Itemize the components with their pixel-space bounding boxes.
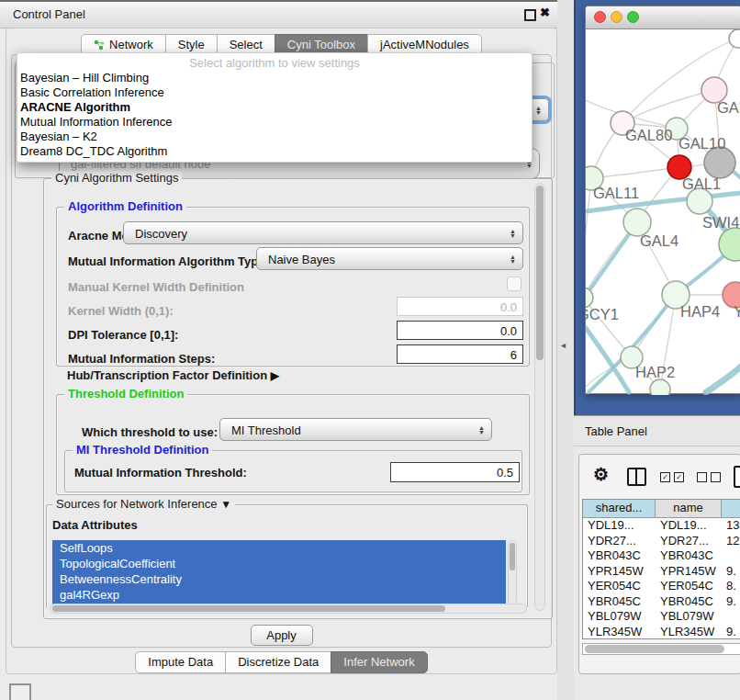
columns-icon[interactable] — [627, 468, 646, 486]
mi-type-label: Mutual Information Algorithm Type: — [68, 254, 269, 268]
table-cell: 13 — [722, 518, 740, 534]
window-close-button[interactable] — [594, 11, 606, 23]
network-node-label: GAL1 — [682, 175, 721, 192]
table-row[interactable]: YER054CYER054C8. — [583, 579, 740, 594]
mi-threshold-group: MI Threshold Definition Mutual Informati… — [64, 450, 522, 492]
select-all-checkboxes-icon[interactable]: ✓✓ — [660, 472, 684, 482]
column-header-shared-[interactable]: shared... — [583, 500, 656, 517]
table-row[interactable]: YDL19...YDL19...13 — [583, 518, 740, 534]
mi-threshold-title: MI Threshold Definition — [73, 443, 212, 457]
network-node-label: GAL4 — [640, 232, 678, 249]
scrollbar-thumb[interactable] — [52, 605, 445, 612]
panel-title: Control Panel — [13, 7, 85, 21]
tab-discretize-data[interactable]: Discretize Data — [225, 651, 331, 673]
split-pane-divider[interactable]: ◂ — [557, 0, 574, 700]
attributes-list-scrollbar[interactable] — [508, 540, 517, 606]
table-row[interactable]: YBR043CYBR043C — [583, 548, 740, 564]
application-window: Control Panel ✖ NetworkStyleSelectCyni T… — [0, 0, 740, 700]
table-cell: YLR345W — [656, 625, 722, 640]
expand-right-icon: ▶ — [271, 369, 279, 382]
scrollbar-thumb[interactable] — [510, 543, 515, 570]
table-cell: YBL079W — [583, 609, 656, 625]
mi-threshold-label: Mutual Information Threshold: — [74, 466, 247, 480]
network-window-titlebar[interactable] — [586, 6, 740, 29]
network-window: GALGAL80GAL10GAL1GAL11SWI4GAL4GCY1HAP4YH… — [585, 6, 740, 394]
window-minimize-button[interactable] — [611, 11, 622, 23]
popup-item-bayesian-hill-climbing[interactable]: Bayesian – Hill Climbing — [17, 71, 532, 85]
which-threshold-label: Which threshold to use: — [82, 425, 218, 439]
network-node-label: GAL80 — [625, 127, 672, 143]
network-node[interactable] — [650, 379, 670, 395]
attribute-item-betweennesscentrality[interactable]: BetweennessCentrality — [52, 571, 506, 587]
file-icon[interactable] — [734, 466, 740, 488]
float-panel-icon[interactable] — [524, 9, 536, 21]
network-node[interactable] — [729, 29, 740, 48]
dpi-tolerance-field[interactable]: 0.0 — [397, 321, 523, 340]
table-cell: 9. — [722, 594, 740, 610]
cyni-algorithm-settings-group: Cyni Algorithm Settings Algorithm Defini… — [43, 178, 553, 619]
column-header-name[interactable]: name — [656, 500, 722, 517]
network-node-label: GAL — [717, 99, 740, 116]
network-node-label: SWI4 — [702, 214, 739, 231]
table-row[interactable]: YBR045CYBR045C9. — [583, 594, 740, 610]
attribute-item-gal4rgexp[interactable]: gal4RGexp — [52, 587, 506, 603]
network-node[interactable] — [586, 288, 593, 308]
aracne-mode-combobox[interactable]: Discovery ▲▼ — [123, 221, 523, 244]
column-header-2[interactable] — [722, 500, 740, 517]
popup-item-mutual-information-inference[interactable]: Mutual Information Inference — [17, 115, 532, 130]
splitter-collapse-icon[interactable]: ◂ — [561, 340, 566, 350]
network-edge — [591, 167, 679, 178]
network-edge-highlighted — [586, 224, 636, 296]
apply-button[interactable]: Apply — [251, 625, 313, 646]
network-node[interactable] — [687, 188, 712, 214]
table-toolbar: ⚙ ✓✓ — [579, 462, 740, 495]
mi-threshold-field[interactable]: 0.5 — [390, 462, 520, 482]
collapse-down-icon: ▼ — [220, 498, 231, 511]
bottom-tab-bar: Impute DataDiscretize DataInfer Network — [6, 651, 556, 673]
network-node[interactable] — [704, 147, 735, 178]
kernel-width-field[interactable]: 0.0 — [397, 297, 523, 316]
table-header-row: shared...name — [583, 500, 740, 518]
table-row[interactable]: YDR27...YDR27...12 — [583, 534, 740, 549]
tab-impute-data[interactable]: Impute Data — [135, 651, 226, 673]
combo-arrows-icon: ▲▼ — [478, 425, 485, 435]
network-desktop: GALGAL80GAL10GAL1GAL11SWI4GAL4GCY1HAP4YH… — [574, 0, 740, 415]
table-cell — [722, 548, 740, 564]
scrollbar-thumb[interactable] — [536, 186, 544, 360]
manual-kernel-checkbox[interactable] — [507, 277, 521, 291]
hub-definition-expander[interactable]: Hub/Transcription Factor Definition ▶ — [67, 368, 279, 382]
table-cell: 9. — [722, 564, 740, 580]
which-threshold-combobox[interactable]: MI Threshold ▲▼ — [219, 418, 492, 441]
network-tab-icon — [94, 40, 105, 51]
sources-title[interactable]: Sources for Network Inference ▼ — [52, 497, 235, 511]
mi-steps-field[interactable]: 6 — [397, 344, 523, 364]
settings-vertical-scrollbar[interactable] — [534, 183, 545, 611]
table-row[interactable]: YLR345WYLR345W9. — [583, 625, 740, 640]
deselect-all-checkboxes-icon[interactable] — [697, 472, 721, 482]
gear-icon[interactable]: ⚙ — [593, 464, 609, 485]
dpi-tolerance-label: DPI Tolerance [0,1]: — [68, 328, 178, 342]
mi-type-combobox[interactable]: Naive Bayes ▲▼ — [256, 247, 523, 270]
tab-label: Network — [109, 38, 153, 51]
network-edge — [586, 178, 591, 298]
table-row[interactable]: YBL079WYBL079W — [583, 609, 740, 625]
table-horizontal-scrollbar[interactable] — [582, 643, 740, 655]
network-node-label: GAL10 — [678, 135, 725, 152]
popup-item-basic-correlation-inference[interactable]: Basic Correlation Inference — [17, 85, 532, 100]
settings-horizontal-scrollbar[interactable] — [50, 604, 527, 614]
attribute-item-topologicalcoefficient[interactable]: TopologicalCoefficient — [52, 556, 506, 571]
collapsed-panel-icon[interactable] — [9, 683, 31, 700]
attribute-item-selfloops[interactable]: SelfLoops — [52, 540, 506, 556]
table-panel-container: ⚙ ✓✓ shared...name YDL19...YDL19...13YDR… — [578, 454, 740, 674]
network-node-label: GAL11 — [593, 185, 639, 201]
window-zoom-button[interactable] — [627, 11, 639, 23]
popup-item-aracne-algorithm[interactable]: ARACNE Algorithm — [17, 100, 532, 115]
network-canvas[interactable]: GALGAL80GAL10GAL1GAL11SWI4GAL4GCY1HAP4YH… — [586, 28, 740, 395]
data-attributes-list[interactable]: SelfLoopsTopologicalCoefficientBetweenne… — [52, 540, 506, 606]
close-icon[interactable]: ✖ — [540, 6, 550, 19]
table-row[interactable]: YPR145WYPR145W9. — [583, 564, 740, 580]
scrollbar-thumb[interactable] — [585, 645, 724, 653]
popup-item-dream8-dc-tdc-algorithm[interactable]: Dream8 DC_TDC Algorithm — [17, 144, 532, 159]
tab-infer-network[interactable]: Infer Network — [331, 651, 427, 673]
popup-item-bayesian-k2[interactable]: Bayesian – K2 — [17, 130, 532, 144]
